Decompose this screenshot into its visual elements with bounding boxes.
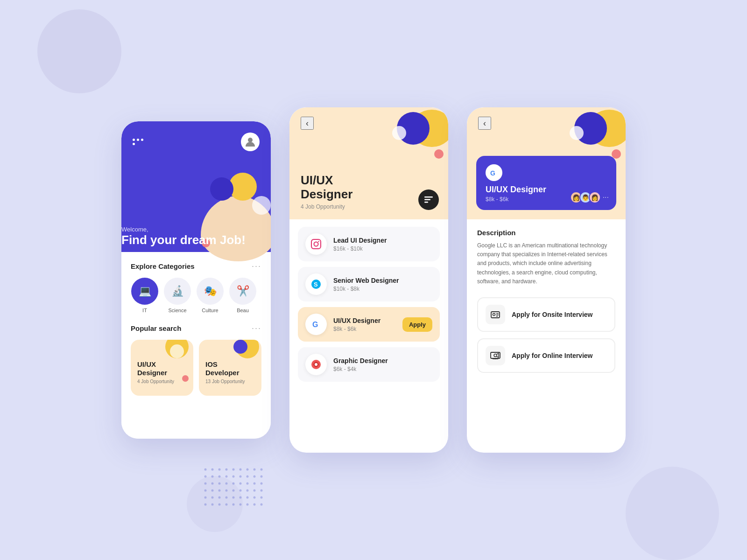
phone3-body: Description Google LLC is an American mu… [467, 219, 626, 389]
cat-science[interactable]: 🔬 Science [163, 278, 191, 313]
cat-beauty-icon: ✂️ [229, 278, 256, 305]
svg-point-6 [318, 241, 319, 242]
job-name-senior-web: Senior Web Designer [333, 277, 432, 284]
phone1-header: Welcome, Find your dream Job! [121, 121, 271, 252]
online-icon-box [486, 346, 505, 365]
svg-point-56 [254, 490, 256, 492]
svg-point-22 [204, 469, 207, 471]
cat-culture[interactable]: 🎭 Culture [196, 278, 224, 313]
filter-fab-btn[interactable] [418, 189, 439, 210]
svg-point-51 [218, 490, 221, 492]
svg-point-57 [261, 490, 263, 492]
popular-section-header: Popular search ··· [131, 323, 261, 333]
welcome-text: Welcome, Find your dream Job! [121, 226, 246, 247]
svg-text:S: S [314, 281, 318, 288]
apply-button[interactable]: Apply [402, 317, 432, 332]
svg-point-0 [248, 138, 253, 142]
svg-point-71 [233, 504, 235, 506]
popular-cards: UI/UXDesigner 4 Job Opportunity IOSDevel… [131, 340, 261, 396]
svg-point-49 [204, 490, 207, 492]
svg-point-33 [218, 476, 221, 478]
online-interview-btn[interactable]: Apply for Online Interview [477, 338, 615, 373]
job-card-graphic[interactable]: Graphic Designer $6k - $4k [298, 347, 440, 382]
applicants-row: 👩 👨 👩 ··· [570, 191, 609, 203]
svg-rect-3 [424, 202, 428, 203]
svg-rect-1 [424, 196, 433, 198]
company-logo-google: G [486, 164, 502, 181]
onsite-interview-btn[interactable]: Apply for Onsite Interview [477, 297, 615, 332]
phone1-header-top [133, 133, 260, 151]
pop-card-1-title: UI/UXDesigner [137, 360, 187, 377]
svg-point-59 [211, 497, 214, 499]
avatar[interactable] [241, 133, 260, 151]
phone-job-list: ‹ UI/UXDesigner 4 Job Opportunity [289, 107, 448, 453]
bg-deco-1 [37, 9, 121, 93]
job-logo-instagram [305, 233, 327, 255]
job-card-senior-web[interactable]: S Senior Web Designer $10k - $8k [298, 267, 440, 301]
cat-culture-icon: 🎭 [197, 278, 224, 305]
svg-point-29 [254, 469, 256, 471]
cat-culture-label: Culture [202, 308, 218, 313]
svg-point-54 [240, 490, 242, 492]
job-card-lead-ui[interactable]: Lead UI Designer $16k - $10k [298, 227, 440, 261]
job-salary-graphic: $6k - $4k [333, 366, 432, 372]
svg-point-62 [233, 497, 235, 499]
onsite-icon-box [486, 305, 505, 324]
svg-point-37 [247, 476, 249, 478]
phone3-header: ‹ G UI/UX Designer $8k - $6k 👩 👨 [467, 107, 626, 219]
svg-point-23 [211, 469, 214, 471]
phone2-back-btn[interactable]: ‹ [301, 117, 314, 130]
svg-rect-2 [424, 199, 430, 201]
pop-card-uiux[interactable]: UI/UXDesigner 4 Job Opportunity [131, 340, 193, 396]
tagline-text: Find your dream Job! [121, 233, 246, 247]
svg-point-32 [211, 476, 214, 478]
categories-more-icon[interactable]: ··· [252, 261, 261, 271]
cat-science-icon: 🔬 [164, 278, 191, 305]
svg-point-14 [493, 313, 495, 315]
job-info-lead-ui: Lead UI Designer $16k - $10k [333, 237, 432, 252]
svg-point-52 [226, 490, 228, 492]
description-title: Description [477, 229, 615, 237]
applicant-3: 👩 [589, 191, 601, 203]
svg-point-28 [247, 469, 249, 471]
svg-point-5 [314, 242, 318, 246]
cat-it-icon: 💻 [131, 278, 158, 305]
pop-card-ios[interactable]: IOSDeveloper 13 Job Opportunity [199, 340, 261, 396]
dot-grid: // dots rendered via inline SVG below [201, 465, 266, 513]
svg-text:G: G [312, 321, 318, 329]
svg-point-74 [254, 504, 256, 506]
svg-point-25 [226, 469, 228, 471]
p2-pink-circle [434, 149, 444, 159]
svg-point-39 [261, 476, 263, 478]
svg-point-42 [218, 483, 221, 485]
job-logo-skype: S [305, 273, 327, 295]
white-circle [252, 196, 271, 215]
phone3-back-btn[interactable]: ‹ [478, 117, 491, 130]
greeting-text: Welcome, [121, 226, 246, 233]
phone2-body: Lead UI Designer $16k - $10k S Senior We… [289, 219, 448, 395]
svg-point-58 [204, 497, 207, 499]
more-applicants-icon: ··· [603, 193, 609, 202]
onsite-btn-label: Apply for Onsite Interview [512, 311, 592, 318]
phone-home: Welcome, Find your dream Job! Explore Ca… [121, 121, 271, 439]
menu-icon[interactable] [133, 139, 144, 145]
svg-point-55 [247, 490, 249, 492]
job-name-graphic: Graphic Designer [333, 357, 432, 364]
categories-row: 💻 IT 🔬 Science 🎭 Culture ✂️ Beau [131, 278, 261, 313]
pop-card-2-title: IOSDeveloper [205, 360, 255, 377]
job-card-uiux[interactable]: G UI/UX Designer $8k - $6k Apply [298, 307, 440, 342]
svg-point-40 [204, 483, 207, 485]
job-logo-graphic [305, 354, 327, 375]
phone2-header: ‹ UI/UXDesigner 4 Job Opportunity [289, 107, 448, 219]
cat-beauty[interactable]: ✂️ Beau [229, 278, 257, 313]
cat-it[interactable]: 💻 IT [131, 278, 159, 313]
svg-point-35 [233, 476, 235, 478]
popular-more-icon[interactable]: ··· [252, 323, 261, 333]
categories-title: Explore Categories [131, 262, 195, 270]
svg-point-43 [226, 483, 228, 485]
cat-it-label: IT [142, 308, 147, 313]
svg-point-67 [204, 504, 207, 506]
job-name-lead-ui: Lead UI Designer [333, 237, 432, 244]
svg-point-11 [315, 363, 317, 366]
job-info-uiux: UI/UX Designer $8k - $6k [333, 317, 396, 332]
